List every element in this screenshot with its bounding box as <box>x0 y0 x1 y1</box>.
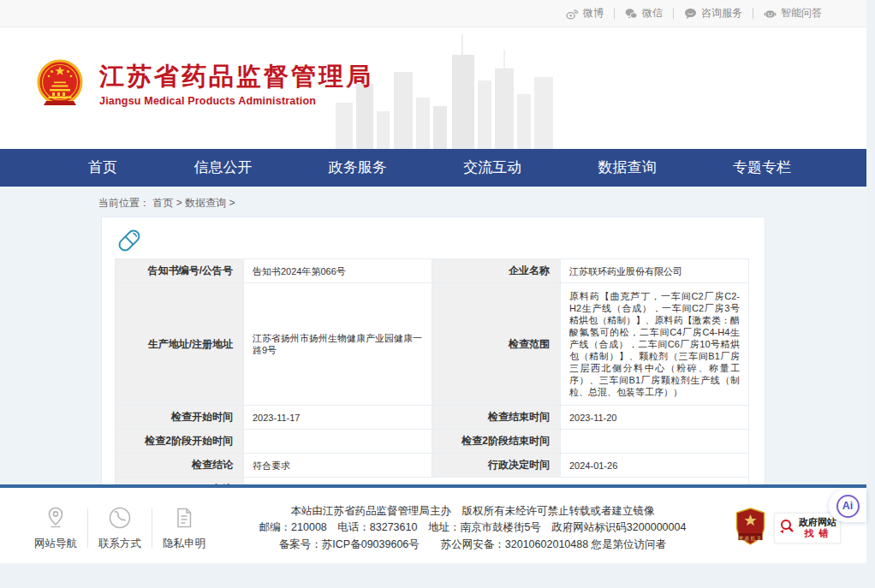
wechat-link[interactable]: 微信 <box>625 6 663 21</box>
field-label-start-time: 检查开始时间 <box>116 406 244 430</box>
top-utility-bar: 微博 微信 咨询服务 智能问答 <box>0 0 866 27</box>
site-map-link[interactable]: 网站导航 <box>29 505 82 551</box>
document-icon <box>158 505 211 531</box>
footer-text-block: 本站由江苏省药品监督管理局主办 版权所有未经许可禁止转载或者建立镜像 邮编：21… <box>211 503 735 554</box>
field-label-conclusion: 检查结论 <box>116 454 244 478</box>
contact-label: 联系方式 <box>93 537 146 551</box>
consult-service-label: 咨询服务 <box>701 6 742 21</box>
contact-link[interactable]: 联系方式 <box>93 505 146 551</box>
field-label-decision-time: 行政决定时间 <box>432 454 561 478</box>
record-panel: 告知书编号/公告号 告知书2024年第066号 企业名称 江苏联环药业股份有限公… <box>101 217 765 484</box>
ai-assistant-label: Ai <box>836 495 860 518</box>
field-value-notice-no: 告知书2024年第066号 <box>244 259 432 283</box>
nav-item-home[interactable]: 首页 <box>88 149 117 187</box>
breadcrumb-home-link[interactable]: 首页 <box>152 197 173 209</box>
footer-quick-links: 网站导航 联系方式 <box>29 505 211 551</box>
nav-item-gov-services[interactable]: 政务服务 <box>329 149 387 187</box>
site-map-label: 网站导航 <box>29 537 82 551</box>
brand-titles: 江苏省药品监督管理局 Jiangsu Medical Products Admi… <box>99 62 373 106</box>
breadcrumb-data-query-link[interactable]: 数据查询 <box>185 197 226 209</box>
footer-line-contact: 邮编：210008 电话：83273610 地址：南京市鼓楼街5号 政府网站标识… <box>211 520 735 537</box>
weibo-link[interactable]: 微博 <box>566 6 604 21</box>
footer-badges: 党政机关 政府网站 找错 <box>735 508 841 549</box>
field-value-address: 江苏省扬州市扬州生物健康产业园健康一路9号 <box>244 283 432 406</box>
field-value-conclusion: 符合要求 <box>244 454 432 478</box>
content-area: 当前位置： 首页 > 数据查询 > 告知书编号/公告号 <box>0 187 866 484</box>
weibo-icon <box>566 8 579 20</box>
field-label-end-time: 检查结束时间 <box>432 406 561 430</box>
national-emblem-logo <box>36 58 84 111</box>
privacy-label: 隐私申明 <box>158 537 211 551</box>
site-footer: Ai 网站导航 <box>0 488 866 563</box>
ai-assistant-button[interactable]: Ai <box>829 490 866 522</box>
table-row: 生产地址/注册地址 江苏省扬州市扬州生物健康产业园健康一路9号 检查范围 原料药… <box>116 283 749 406</box>
inspection-record-table: 告知书编号/公告号 告知书2024年第066号 企业名称 江苏联环药业股份有限公… <box>115 258 749 484</box>
footer-line-icp: 备案号：苏ICP备09039606号 苏公网安备：32010602010488 … <box>211 537 735 554</box>
nav-item-special-topics[interactable]: 专题专栏 <box>733 149 791 187</box>
error-badge-text: 政府网站 找错 <box>799 517 836 539</box>
nav-item-info-disclosure[interactable]: 信息公开 <box>193 149 252 187</box>
field-label-remark: 备注 <box>116 478 244 485</box>
field-label-scope: 检查范围 <box>432 283 561 406</box>
field-value-company: 江苏联环药业股份有限公司 <box>561 259 749 283</box>
field-value-remark <box>244 478 749 485</box>
magnifier-icon <box>778 518 795 538</box>
table-row: 检查结论 符合要求 行政决定时间 2024-01-26 <box>116 454 749 478</box>
field-label-company: 企业名称 <box>432 259 561 283</box>
site-header: 江苏省药品监督管理局 Jiangsu Medical Products Admi… <box>0 27 866 149</box>
error-badge-line2: 找错 <box>801 528 836 539</box>
footer-line-host: 本站由江苏省药品监督管理局主办 版权所有未经许可禁止转载或者建立镜像 <box>211 503 735 520</box>
table-row: 检查开始时间 2023-11-17 检查结束时间 2023-11-20 <box>116 406 749 430</box>
nav-item-data-query[interactable]: 数据查询 <box>598 149 657 187</box>
field-value-stage2-start <box>244 430 432 454</box>
party-gov-shield-badge[interactable]: 党政机关 <box>735 508 766 549</box>
site-subtitle: Jiangsu Medical Products Administration <box>99 95 373 107</box>
breadcrumb-prefix: 当前位置： <box>98 197 150 209</box>
breadcrumb-separator: > <box>229 197 235 209</box>
field-value-start-time: 2023-11-17 <box>244 406 432 430</box>
site-container: 微博 微信 咨询服务 智能问答 <box>0 0 866 563</box>
site-title: 江苏省药品监督管理局 <box>99 62 373 91</box>
chat-bubble-icon <box>684 8 697 20</box>
breadcrumb-separator: > <box>176 197 182 209</box>
footer-links-divider <box>152 508 152 548</box>
phone-icon <box>93 505 146 531</box>
capsule-icon <box>115 226 750 255</box>
breadcrumb: 当前位置： 首页 > 数据查询 > <box>0 187 866 217</box>
smart-qa-label: 智能问答 <box>781 6 822 21</box>
table-row: 告知书编号/公告号 告知书2024年第066号 企业名称 江苏联环药业股份有限公… <box>116 259 749 283</box>
brand-block: 江苏省药品监督管理局 Jiangsu Medical Products Admi… <box>36 58 373 111</box>
robot-icon <box>764 8 777 20</box>
wechat-label: 微信 <box>642 6 663 21</box>
topbar-divider <box>614 8 615 19</box>
field-label-stage2-end: 检查2阶段结束时间 <box>432 430 561 454</box>
field-value-scope: 原料药【曲克芦丁，一车间C2厂房C2-H2生产线（合成），一车间C2厂房3号精烘… <box>561 283 749 406</box>
field-value-end-time: 2023-11-20 <box>561 406 749 430</box>
footer-links-divider <box>87 508 88 548</box>
gov-site-error-report-badge[interactable]: 政府网站 找错 <box>774 513 841 543</box>
wechat-icon <box>625 8 638 20</box>
table-row: 备注 <box>116 478 749 485</box>
consult-service-link[interactable]: 咨询服务 <box>684 6 742 21</box>
shield-badge-label: 党政机关 <box>735 535 766 543</box>
field-value-decision-time: 2024-01-26 <box>561 454 749 478</box>
map-pin-icon <box>29 505 82 531</box>
table-row: 检查2阶段开始时间 检查2阶段结束时间 <box>116 430 749 454</box>
weibo-label: 微博 <box>583 6 604 21</box>
privacy-link[interactable]: 隐私申明 <box>158 505 211 551</box>
field-label-notice-no: 告知书编号/公告号 <box>116 259 244 283</box>
smart-qa-link[interactable]: 智能问答 <box>764 6 822 21</box>
topbar-divider <box>753 8 753 19</box>
field-value-stage2-end <box>561 430 749 454</box>
error-badge-line1: 政府网站 <box>799 517 836 528</box>
field-label-stage2-start: 检查2阶段开始时间 <box>116 430 244 454</box>
topbar-divider <box>673 8 674 19</box>
main-nav: 首页 信息公开 政务服务 交流互动 数据查询 专题专栏 <box>0 149 866 187</box>
field-label-address: 生产地址/注册地址 <box>116 283 244 406</box>
nav-item-interaction[interactable]: 交流互动 <box>463 149 521 187</box>
